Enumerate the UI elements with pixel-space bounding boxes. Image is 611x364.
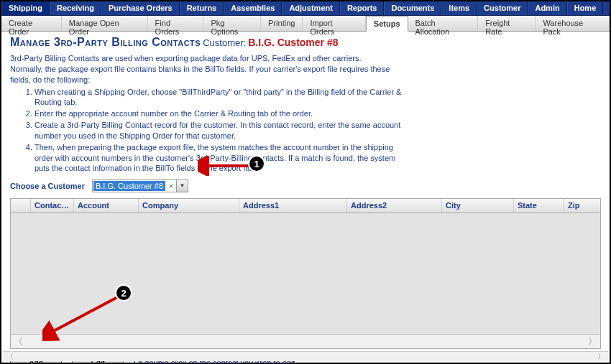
customer-label: Customer: bbox=[203, 37, 246, 48]
nav-assemblies[interactable]: Assemblies bbox=[224, 1, 282, 15]
help-intro-2: Normally, the package export file contai… bbox=[10, 64, 413, 85]
nav-shipping[interactable]: Shipping bbox=[1, 1, 50, 15]
nav-returns[interactable]: Returns bbox=[180, 1, 224, 15]
contacts-grid: Contact... Account Company Address1 Addr… bbox=[10, 198, 601, 349]
customer-combobox-value: B.I.G. Customer #8 bbox=[93, 181, 165, 191]
nav-primary: Shipping Receiving Purchase Orders Retur… bbox=[1, 1, 610, 16]
customer-combobox-clear[interactable]: × bbox=[166, 182, 176, 190]
nav-receiving[interactable]: Receiving bbox=[50, 1, 101, 15]
subnav-import-orders[interactable]: Import Orders bbox=[303, 16, 365, 31]
page-scrollbar[interactable]: 〈 〉 bbox=[3, 351, 608, 361]
col-city[interactable]: City bbox=[442, 199, 514, 213]
nav-adjustment[interactable]: Adjustment bbox=[282, 1, 340, 15]
subnav-freight-rate[interactable]: Freight Rate bbox=[478, 16, 536, 31]
subnav-find-orders[interactable]: Find Orders bbox=[148, 16, 204, 31]
nav-documents[interactable]: Documents bbox=[384, 1, 441, 15]
nav-customer[interactable]: Customer bbox=[477, 1, 528, 15]
scroll-right-icon[interactable]: 〉 bbox=[588, 335, 597, 348]
grid-scrollbar[interactable]: 〈 〉 bbox=[11, 334, 600, 348]
help-step-1: When creating a Shipping Order, choose "… bbox=[35, 87, 413, 108]
nav-home[interactable]: Home bbox=[567, 1, 604, 15]
help-intro-1: 3rd-Party Billing Contacts are used when… bbox=[10, 53, 413, 64]
page-title: Manage 3rd-Party Billing Contacts bbox=[10, 36, 201, 48]
annotation-2: 2 bbox=[115, 284, 132, 302]
col-zip[interactable]: Zip bbox=[564, 199, 593, 213]
subnav-warehouse-pack[interactable]: Warehouse Pack bbox=[536, 16, 610, 31]
customer-name: B.I.G. Customer #8 bbox=[248, 37, 338, 48]
nav-reports[interactable]: Reports bbox=[340, 1, 385, 15]
chevron-down-icon[interactable]: ▼ bbox=[176, 180, 188, 192]
col-company[interactable]: Company bbox=[139, 199, 239, 213]
subnav-manage-open-order[interactable]: Manage Open Order bbox=[62, 16, 148, 31]
grid-body[interactable] bbox=[11, 213, 600, 334]
page-scroll-right-icon[interactable]: 〉 bbox=[597, 351, 605, 362]
col-contact[interactable]: Contact... bbox=[31, 199, 74, 213]
col-state[interactable]: State bbox=[514, 199, 564, 213]
help-text: 3rd-Party Billing Contacts are used when… bbox=[10, 53, 413, 174]
subnav-pkg-options[interactable]: Pkg Options bbox=[203, 16, 261, 31]
grid-header: Contact... Account Company Address1 Addr… bbox=[11, 199, 600, 213]
help-step-4: Then, when preparing the package export … bbox=[35, 142, 413, 174]
nav-secondary: Create Order Manage Open Order Find Orde… bbox=[1, 16, 610, 32]
subnav-printing[interactable]: Printing bbox=[261, 16, 303, 31]
page-scroll-left-icon[interactable]: 〈 bbox=[6, 351, 14, 362]
col-address2[interactable]: Address2 bbox=[347, 199, 442, 213]
col-address1[interactable]: Address1 bbox=[239, 199, 347, 213]
customer-combobox[interactable]: B.I.G. Customer #8 × ▼ bbox=[92, 179, 188, 192]
help-step-3: Create a 3rd-Party Billing Contact recor… bbox=[35, 120, 413, 141]
subnav-batch-allocation[interactable]: Batch Allocation bbox=[408, 16, 479, 31]
subnav-setups[interactable]: Setups bbox=[366, 16, 408, 32]
scroll-left-icon[interactable]: 〈 bbox=[14, 335, 23, 348]
col-account[interactable]: Account bbox=[74, 199, 139, 213]
nav-purchase-orders[interactable]: Purchase Orders bbox=[101, 1, 180, 15]
nav-admin[interactable]: Admin bbox=[528, 1, 566, 15]
col-checkbox[interactable] bbox=[11, 199, 31, 213]
help-step-2: Enter the appropriate account number on … bbox=[35, 108, 413, 119]
nav-items[interactable]: Items bbox=[441, 1, 477, 15]
subnav-create-order[interactable]: Create Order bbox=[1, 16, 62, 31]
annotation-1: 1 bbox=[248, 155, 265, 172]
chooser-label: Choose a Customer bbox=[10, 182, 85, 190]
